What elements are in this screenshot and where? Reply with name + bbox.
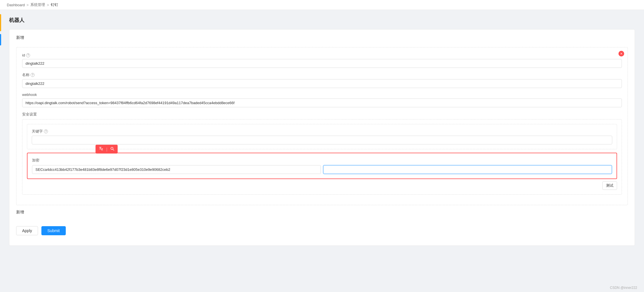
search-icon [110, 147, 114, 152]
webhook-input[interactable] [22, 98, 622, 107]
name-input[interactable] [22, 79, 622, 88]
id-help-icon[interactable]: ? [26, 53, 30, 57]
encrypt-input-row [32, 165, 612, 174]
keyword-input[interactable] [32, 136, 612, 144]
id-field-group: id ? [22, 53, 622, 68]
breadcrumb-system-mgmt[interactable]: 系统管理 [30, 2, 45, 7]
breadcrumb-sep-2: > [47, 3, 49, 7]
keyword-help-icon[interactable]: ? [44, 129, 48, 133]
breadcrumb-dingtalk: 钉钉 [51, 2, 58, 7]
security-settings-group: 安全设置 关键字 ? [22, 112, 622, 195]
svg-rect-4 [101, 150, 103, 150]
breadcrumb-dashboard[interactable]: Dashboard [7, 3, 25, 7]
search-toolbar-btn[interactable] [109, 146, 115, 152]
floating-toolbar: | [96, 145, 118, 154]
encrypt-section: | 加密 [27, 153, 617, 179]
sidebar-indicator-2 [0, 34, 1, 45]
sidebar-indicator-1 [0, 14, 1, 31]
encrypt-input-right[interactable] [323, 165, 612, 174]
breadcrumb-sep-1: > [27, 3, 29, 7]
encrypt-input-left[interactable] [32, 165, 321, 174]
section-add-new-top: 新增 [16, 35, 628, 43]
footer-text: CSDN @inner222 [0, 283, 644, 292]
delete-robot-button[interactable]: × [618, 51, 624, 56]
svg-rect-3 [101, 149, 103, 150]
keyword-label: 关键字 ? [32, 129, 612, 134]
translate-toolbar-btn[interactable] [98, 146, 105, 152]
section-add-new-bottom: 新增 [16, 210, 628, 217]
apply-button[interactable]: Apply [16, 226, 38, 235]
name-help-icon[interactable]: ? [31, 73, 35, 77]
submit-button[interactable]: Submit [41, 226, 66, 235]
breadcrumb: Dashboard > 系统管理 > 钉钉 [0, 0, 644, 10]
name-field-group: 名称 ? [22, 72, 622, 88]
translate-icon [99, 146, 103, 152]
toolbar-divider: | [106, 147, 107, 152]
security-label: 安全设置 [22, 112, 622, 117]
id-label: id ? [22, 53, 622, 57]
encrypt-label: 加密 [32, 158, 612, 163]
svg-rect-2 [101, 148, 103, 149]
webhook-field-group: webhook [22, 93, 622, 107]
test-button[interactable]: 测试 [602, 181, 617, 190]
id-input[interactable] [22, 59, 622, 68]
webhook-label: webhook [22, 93, 622, 97]
svg-rect-1 [100, 147, 101, 149]
security-section: 关键字 ? [22, 119, 622, 195]
page-title: 机器人 [9, 17, 635, 24]
bottom-actions: Apply Submit [16, 222, 628, 240]
name-label: 名称 ? [22, 72, 622, 77]
svg-line-6 [113, 149, 114, 150]
robot-form-card: × id ? 名称 ? [16, 47, 628, 205]
